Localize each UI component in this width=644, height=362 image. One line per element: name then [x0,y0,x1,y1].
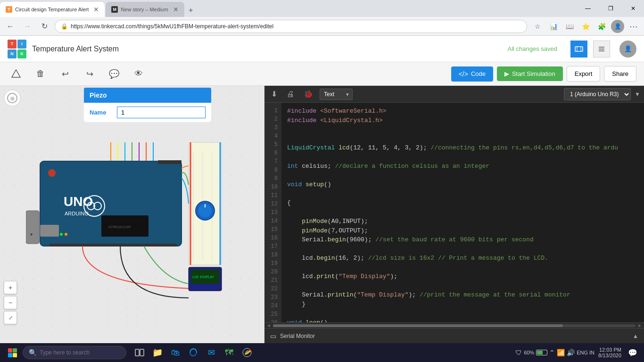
code-mode-dropdown-wrap: Text Blocks [320,89,353,100]
share-button[interactable]: Share [604,66,636,82]
circuit-view-button[interactable] [570,41,587,58]
volume-icon[interactable]: 🔊 [567,349,575,356]
svg-rect-51 [13,353,17,357]
serial-expand-icon[interactable]: ▲ [633,333,638,339]
svg-text:ATMEGA328P: ATMEGA328P [108,225,131,229]
settings-icon[interactable]: ⋯ [627,20,640,33]
taskbar-time[interactable]: 12:03 PM 8/13/2020 [598,347,621,358]
task-view-button[interactable] [132,345,147,360]
mail-icon[interactable]: ✉ [204,345,219,360]
shapes-button[interactable] [8,66,25,82]
chrome-icon[interactable] [239,345,255,360]
zoom-out-button[interactable]: − [4,296,17,309]
tab-tinkercad-close[interactable]: ✕ [93,6,99,13]
arduino-board: UNO ARDUINO POWER ANALOG IN [26,138,224,303]
compass-button[interactable]: ◎ [4,90,21,107]
start-button[interactable] [4,344,21,361]
immersive-reader-icon[interactable]: 📖 [563,20,576,33]
taskbar: 🔍 📁 🛍 ✉ 🗺 🛡 60% ⌃ 📶 🔊 E [0,343,644,362]
maximize-button[interactable]: ❐ [600,1,621,16]
device-select[interactable]: 1 (Arduino Uno R3) [564,88,631,100]
code-line-5: LiquidCrystal lcd(12, 11, 5, 4, 3, 2); /… [287,143,638,153]
fit-button[interactable]: ⤢ [4,311,17,324]
user-avatar[interactable]: 👤 [619,41,636,58]
download-code-button[interactable]: ⬇ [268,89,280,99]
print-code-button[interactable]: 🖨 [284,89,297,99]
taskbar-search[interactable]: 🔍 [23,346,126,359]
line-num-19: 19 [264,259,281,268]
debug-button[interactable]: 🐞 [301,89,316,99]
piezo-title: Piezo [84,88,211,103]
address-bar[interactable]: 🔒 https://www.tinkercad.com/things/5kMwU… [55,20,527,33]
tab-medium[interactable]: M New story – Medium ✕ [106,2,184,17]
scroll-left-arrow[interactable]: ◄ [266,323,271,328]
hscroll-thumb[interactable] [273,324,563,327]
wifi-icon[interactable]: 📶 [557,349,565,356]
undo-button[interactable]: ↩ [57,66,74,82]
code-button[interactable]: </> Code [451,66,493,82]
svg-rect-23 [40,225,59,237]
bookmark-icon[interactable]: ☆ [531,20,544,33]
zoom-in-button[interactable]: + [4,281,17,294]
piezo-name-input[interactable] [117,107,206,118]
taskbar-search-input[interactable] [40,349,120,356]
forward-button[interactable]: → [21,20,34,33]
notes-button[interactable]: 💬 [106,66,123,82]
delete-button[interactable]: 🗑 [32,66,49,82]
url-text: https://www.tinkercad.com/things/5kMwU1f… [71,23,521,30]
start-simulation-button[interactable]: ▶ Start Simulation [497,66,563,81]
code-line-8 [287,171,638,181]
export-button[interactable]: Export [567,66,601,82]
tab-tinkercad[interactable]: T Circuit design Temperature Alert ✕ [0,2,105,17]
notification-button[interactable]: 💬 [625,345,640,360]
code-content[interactable]: #include <SoftwareSerial.h>#include <Liq… [281,103,644,322]
chevron-up-icon[interactable]: ⌃ [549,349,555,356]
canvas-inner: Piezo Name [0,86,264,343]
shield-icon[interactable]: 🛡 [515,349,522,356]
logo-n: N [8,49,17,58]
device-dropdown-icon: ▼ [635,91,640,98]
redo-button[interactable]: ↪ [81,66,98,82]
line-num-8: 8 [264,166,281,174]
app-title: Temperature Alert System [32,45,502,53]
back-button[interactable]: ← [4,20,17,33]
svg-rect-50 [8,353,12,357]
store-icon[interactable]: 🛍 [168,345,183,360]
maps-icon[interactable]: 🗺 [222,345,237,360]
profile-button[interactable]: 👤 [611,20,624,33]
reload-button[interactable]: ↻ [38,20,51,33]
scroll-right-arrow[interactable]: ► [637,323,642,328]
svg-rect-44 [26,211,39,244]
line-num-23: 23 [264,293,281,302]
list-view-button[interactable] [593,41,610,58]
view-button[interactable]: 👁 [130,66,147,82]
extensions-icon[interactable]: 🧩 [595,20,608,33]
svg-rect-53 [140,349,144,356]
line-num-13: 13 [264,208,281,217]
code-hscrollbar[interactable]: ◄ ► [264,322,644,328]
edge-icon[interactable] [186,345,201,360]
code-line-1: #include <SoftwareSerial.h> [287,107,638,116]
tab-medium-close[interactable]: ✕ [173,6,179,13]
code-editor[interactable]: 1 2 3 4 5 6 7 8 9 10 11 12 13 14 15 16 1… [264,103,644,322]
svg-text:UNO: UNO [64,194,93,209]
tab-tinkercad-label: Circuit design Temperature Alert [15,7,89,12]
new-tab-button[interactable]: + [184,4,198,17]
svg-text:◎: ◎ [10,96,15,101]
code-label: Code [471,70,486,77]
code-icon: </> [459,70,468,78]
minimize-button[interactable]: — [577,1,599,16]
close-button[interactable]: ✕ [622,1,644,16]
canvas-area[interactable]: Piezo Name [0,86,264,343]
view-controls: + − ⤢ [4,281,17,324]
code-line-13: pinMode(A0,INPUT); [287,217,638,226]
code-mode-dropdown[interactable]: Text Blocks [320,89,353,100]
collection-icon[interactable]: ⭐ [579,20,592,33]
svg-point-24 [60,233,63,236]
serial-monitor-bar[interactable]: ▭ Serial Monitor ▲ [264,328,644,343]
svg-rect-52 [135,349,139,356]
line-num-1: 1 [264,107,281,115]
media-icon[interactable]: 📊 [547,20,560,33]
file-explorer-icon[interactable]: 📁 [150,345,165,360]
browser-chrome: T Circuit design Temperature Alert ✕ M N… [0,0,644,17]
